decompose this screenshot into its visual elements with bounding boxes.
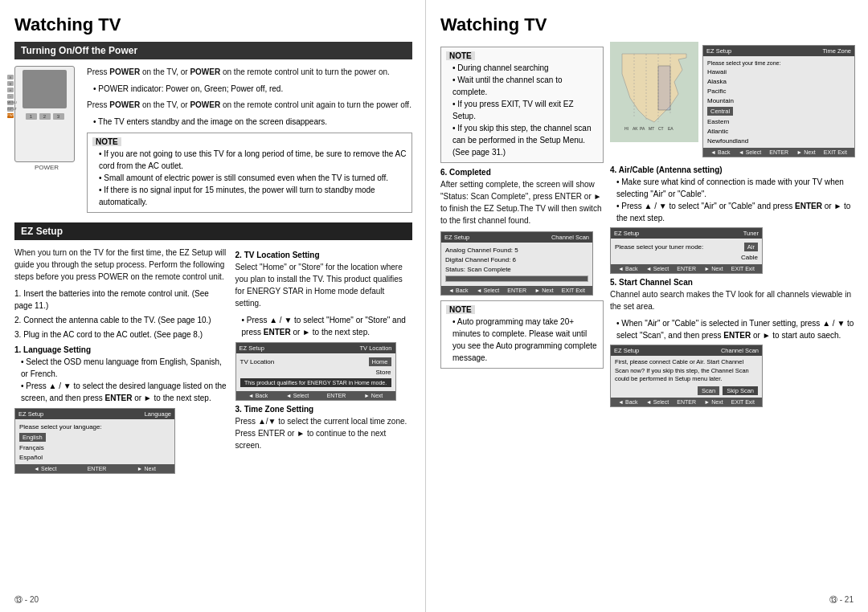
ui-tuner-body: Please select your tuner mode: Air Cable: [611, 239, 762, 264]
note1-list: During channel searching Wait until the …: [446, 62, 598, 158]
ui-tz-central: Central: [707, 105, 850, 116]
tv-diagram-container: ∧ ∨ + - MENU INPUT PWR 1 2 3 PO: [14, 66, 79, 218]
chscan-bullets: When "Air" or "Cable" is selected in Tun…: [610, 317, 855, 341]
power-note-list: If you are not going to use this TV for …: [92, 148, 407, 208]
ui-lang-option-es: Español: [19, 452, 170, 462]
ui-tuner-air: Air: [744, 243, 758, 251]
ui-tvloc-body: TV Location Home Store This product qual…: [236, 353, 395, 391]
ui-tuner-mockup: EZ Setup Tuner Please select your tuner …: [610, 227, 763, 274]
ezsetup-step-1: 1. Insert the batteries into the remote …: [14, 288, 227, 312]
ui-lang-label: Please select your language:: [19, 422, 170, 431]
power-instructions: Press POWER on the TV, or POWER on the r…: [87, 66, 412, 218]
power-note-box: NOTE If you are not going to use this TV…: [87, 133, 412, 213]
ui-tuner-hdr-right: Tuner: [743, 230, 759, 237]
timezone-body: Press ▲/▼ to select the current local ti…: [235, 415, 412, 451]
ui-scan2-analog: Analog Channel Found: 5: [445, 245, 588, 255]
ch-dn-btn: ∨: [7, 81, 14, 86]
svg-text:HI: HI: [624, 126, 628, 131]
note1-box: NOTE During channel searching Wait until…: [440, 47, 604, 163]
ui-scan1-select: ◄ Select: [646, 399, 669, 405]
ui-scan2-enter: ENTER: [507, 288, 526, 293]
ui-tuner-footer: ◄ Back ◄ Select ENTER ► Next EXIT Exit: [611, 264, 762, 273]
tv-bottom-buttons: 1 2 3: [26, 113, 64, 120]
main-title-right: Watching TV: [440, 14, 855, 35]
section-ezsetup: EZ Setup When you turn on the TV for the…: [14, 222, 412, 478]
input-btn: INPUT: [7, 107, 14, 112]
ui-lang-body: Please select your language: English Fra…: [15, 419, 174, 464]
ui-timezone-mockup: EZ Setup Time Zone Please select your ti…: [702, 45, 855, 157]
power-bullet2-list: The TV enters standby and the image on t…: [87, 116, 412, 128]
ui-tz-exit: EXIT Exit: [824, 149, 847, 155]
tv-btn-3: 3: [53, 113, 64, 120]
ui-tuner-header: EZ Setup Tuner: [611, 228, 762, 239]
ui-tuner-hdr-left: EZ Setup: [614, 230, 639, 237]
right-content: NOTE During channel searching Wait until…: [440, 42, 855, 410]
completed-body: After setting complete, the screen will …: [440, 178, 604, 226]
ui-tuner-select: ◄ Select: [646, 266, 669, 271]
ui-scan1-body: First, please connect Cable or Air. Star…: [611, 356, 762, 398]
ui-tvloc-hdr-left: EZ Setup: [240, 345, 264, 352]
ui-lang-footer-enter: ENTER: [88, 466, 107, 471]
ui-scan1-skipscan-btn[interactable]: Skip Scan: [723, 386, 758, 395]
chscan-bullet-1: When "Air" or "Cable" is selected in Tun…: [616, 317, 855, 341]
section-power-header: Turning On/Off the Power: [14, 42, 412, 59]
ui-lang-option-en: English: [19, 431, 170, 443]
ui-tz-atlantic: Atlantic: [707, 126, 850, 136]
progress-bar-fill: [446, 276, 588, 281]
tv-diagram: ∧ ∨ + - MENU INPUT PWR 1 2 3: [14, 66, 75, 162]
ui-scan1-exit: EXIT Exit: [731, 399, 755, 405]
note2-title: NOTE: [446, 305, 475, 314]
ui-tz-next: ► Next: [796, 149, 815, 155]
ezsetup-steps: 1. Insert the batteries into the remote …: [14, 288, 227, 341]
note1-item-1: Wait until the channel scan to complete.: [452, 74, 598, 98]
page-number-left: ⑬ - 20: [14, 594, 39, 606]
ui-scan2-hdr-left: EZ Setup: [444, 234, 469, 241]
power-para2: Press POWER on the TV, or POWER on the r…: [87, 99, 412, 111]
vol-dn-btn: -: [7, 94, 14, 99]
power-bullet1-list: POWER indicator: Power on, Green; Power …: [87, 83, 412, 95]
ui-tz-header: EZ Setup Time Zone: [703, 46, 854, 56]
power-note-title: NOTE: [92, 137, 121, 146]
ui-scan1-buttons: Scan Skip Scan: [615, 386, 758, 395]
ezsetup-intro: When you turn on the TV for the first ti…: [14, 247, 227, 283]
ui-tz-hawaii: Hawaii: [707, 67, 850, 76]
ui-tuner-label-row: Please select your tuner mode: Air: [615, 241, 758, 252]
note2-list: Auto programming may take 20+ minutes to…: [446, 316, 598, 364]
chscan-body: Channel auto search makes the TV look fo…: [610, 288, 855, 312]
ui-scan2-digital: Digital Channel Found: 6: [445, 255, 588, 264]
ui-tz-body: Please select your time zone: Hawaii Ala…: [703, 56, 854, 148]
power-side-btn: PWR: [7, 113, 14, 118]
ui-scan1-hdr-left: EZ Setup: [614, 347, 639, 354]
note1-item-2: If you press EXIT, TV will exit EZ Setup…: [452, 98, 598, 122]
ui-tz-select: ◄ Select: [739, 149, 761, 155]
tvloc-bullets: Press ▲ / ▼ to select "Home" or "Store" …: [235, 314, 412, 338]
ui-lang-hdr-right: Language: [145, 410, 171, 418]
ui-tvloc-store: Store: [375, 369, 391, 376]
ui-scan1-scan-btn[interactable]: Scan: [698, 386, 719, 395]
lang-setting-bullets: Select the OSD menu language from Englis…: [14, 356, 227, 404]
power-para1: Press POWER on the TV, or POWER on the r…: [87, 66, 412, 78]
svg-text:MT: MT: [649, 126, 654, 131]
tv-side-buttons: ∧ ∨ + - MENU INPUT PWR: [7, 75, 14, 118]
ui-scan1-next: ► Next: [704, 399, 723, 405]
tv-screen: [23, 70, 67, 108]
svg-text:PA: PA: [640, 126, 645, 131]
ui-scan1-header: EZ Setup Channel Scan: [611, 345, 762, 356]
ui-scan2-hdr-right: Channel Scan: [551, 234, 589, 241]
ui-tvloc-footer: ◄ Back ◄ Select ENTER ► Next: [236, 391, 395, 400]
ui-tvloc-label: TV Location: [240, 358, 275, 365]
power-label: POWER: [14, 164, 79, 171]
ezsetup-step-3: 3. Plug in the AC cord to the AC outlet.…: [14, 328, 227, 341]
ch-up-btn: ∧: [7, 75, 14, 80]
ui-tvloc-enter: ENTER: [327, 393, 346, 398]
ui-tz-label: Please select your time zone:: [707, 59, 850, 67]
section-ezsetup-header: EZ Setup: [14, 222, 412, 240]
svg-text:EA: EA: [668, 126, 674, 131]
aircable-bullet-1: Make sure what kind of connection is mad…: [616, 176, 855, 200]
right-col1: NOTE During channel searching Wait until…: [440, 42, 604, 410]
ui-tvloc-energy: This product qualifies for ENERGY STAR i…: [240, 378, 391, 387]
ui-tz-back: ◄ Back: [710, 149, 730, 155]
note2-item-1: Auto programming may take 20+ minutes to…: [452, 316, 598, 364]
ui-tvloc-store-row: Store: [240, 367, 391, 377]
note1-title: NOTE: [446, 51, 475, 60]
